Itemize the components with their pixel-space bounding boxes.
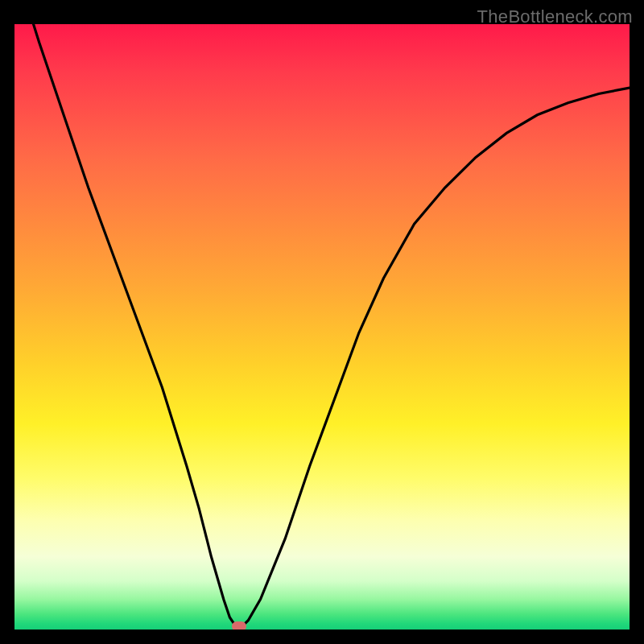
plot-area: [14, 24, 630, 630]
optimal-point-marker: [232, 621, 246, 630]
watermark-text: TheBottleneck.com: [477, 6, 633, 27]
bottleneck-curve: [14, 24, 630, 630]
chart-frame: TheBottleneck.com: [0, 0, 644, 644]
